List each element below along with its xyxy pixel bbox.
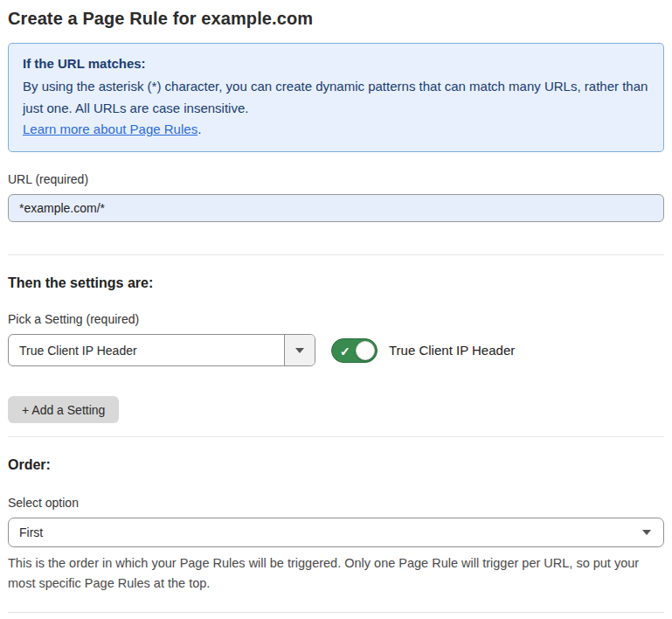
order-select-label: Select option xyxy=(8,496,664,510)
page-rule-form: Create a Page Rule for example.com If th… xyxy=(0,0,672,619)
order-select[interactable]: First xyxy=(8,518,664,547)
add-setting-button[interactable]: + Add a Setting xyxy=(8,396,119,423)
info-box-link-line: Learn more about Page Rules. xyxy=(23,119,649,140)
order-section-heading: Order: xyxy=(8,457,664,473)
section-divider xyxy=(8,254,664,255)
chevron-down-icon xyxy=(642,530,651,535)
check-icon: ✓ xyxy=(340,343,350,360)
true-client-ip-toggle[interactable]: ✓ xyxy=(331,338,378,363)
pick-setting-label: Pick a Setting (required) xyxy=(8,312,664,326)
url-field-label: URL (required) xyxy=(8,172,664,186)
url-match-info-box: If the URL matches: By using the asteris… xyxy=(8,43,664,152)
setting-select-arrow-button[interactable] xyxy=(284,335,315,365)
link-suffix: . xyxy=(197,122,201,136)
setting-select[interactable]: True Client IP Header xyxy=(8,334,315,366)
order-help-text: This is the order in which your Page Rul… xyxy=(8,553,664,593)
footer-divider xyxy=(8,612,664,613)
toggle-knob xyxy=(356,341,375,360)
learn-more-link[interactable]: Learn more about Page Rules xyxy=(23,122,197,136)
url-input[interactable] xyxy=(8,194,664,222)
info-box-body: By using the asterisk (*) character, you… xyxy=(23,76,649,119)
page-title: Create a Page Rule for example.com xyxy=(8,9,664,29)
setting-row: True Client IP Header ✓ True Client IP H… xyxy=(8,334,664,366)
section-divider xyxy=(8,436,664,437)
order-select-value: First xyxy=(19,525,43,539)
info-box-heading: If the URL matches: xyxy=(23,53,649,74)
toggle-label: True Client IP Header xyxy=(389,343,515,358)
setting-select-value: True Client IP Header xyxy=(9,335,284,365)
settings-section-heading: Then the settings are: xyxy=(8,275,664,291)
chevron-down-icon xyxy=(295,348,304,353)
